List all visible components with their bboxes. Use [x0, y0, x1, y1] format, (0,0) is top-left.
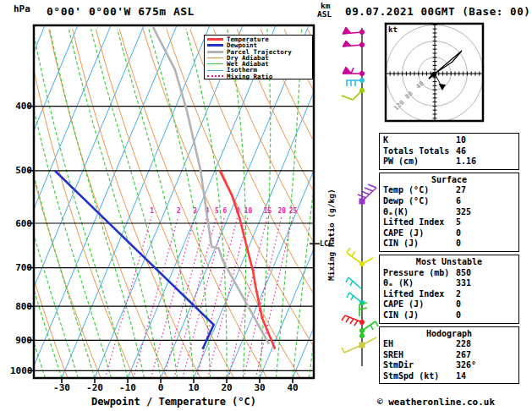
- table-section-header: Hodograph: [383, 329, 515, 340]
- wind-barb: [358, 184, 376, 205]
- wind-barb-dot: [359, 30, 365, 35]
- wind-barb-line: [376, 321, 378, 326]
- wind-barb: [343, 27, 365, 35]
- mixing-ratio-axis-label: Mixing Ratio (g/kg): [326, 189, 336, 281]
- wind-barb-dot: [359, 78, 365, 83]
- table-row: Totals Totals46: [383, 146, 515, 157]
- mixing-ratio-line: [197, 216, 238, 378]
- table-row-label: CIN (J): [383, 238, 456, 249]
- legend-box: TemperatureDewpointParcel TrajectoryDry …: [204, 35, 313, 79]
- temp-tick-label: -20: [82, 382, 107, 393]
- wet-adiabat-line: [277, 29, 302, 378]
- temp-tick-label: -30: [49, 382, 74, 393]
- legend-item: Temperature: [207, 36, 312, 42]
- pressure-tick-label: 500: [10, 165, 32, 176]
- temp-tick-label: -10: [115, 382, 140, 393]
- wind-barb-line: [347, 253, 362, 264]
- legend-swatch-mixing-ratio: [207, 75, 223, 77]
- table-section-header: Surface: [383, 175, 515, 186]
- mixing-ratio-label: 20: [277, 207, 286, 215]
- wet-adiabat-line: [118, 29, 194, 378]
- mixing-ratio-label: 3: [193, 207, 197, 215]
- wind-barb-line: [348, 277, 362, 289]
- mixing-ratio-label: 10: [244, 207, 253, 215]
- isotherm-line: [0, 25, 12, 378]
- wet-adiabat-line: [293, 29, 331, 378]
- table-row-value: 5: [456, 217, 461, 228]
- table-row: CAPE (J)0: [383, 299, 515, 310]
- dry-adiabat-line: [143, 29, 300, 378]
- wind-barb: [359, 333, 365, 338]
- legend-item: Mixing Ratio: [207, 74, 312, 79]
- table-row-label: EH: [383, 339, 456, 350]
- pressure-tick-label: 600: [10, 218, 32, 229]
- wind-barb-dot: [359, 333, 365, 338]
- pressure-tick-label: 400: [10, 101, 32, 112]
- table-row: CIN (J)0: [383, 310, 515, 321]
- wet-adiabat-line: [91, 29, 178, 378]
- temp-tick-label: 0: [148, 382, 173, 393]
- table-row-value: 331: [456, 278, 471, 289]
- mixing-ratio-label: 2: [177, 207, 181, 215]
- mixing-ratio-label: 5: [215, 207, 219, 215]
- table-row: CAPE (J)0: [383, 228, 515, 239]
- hodograph-unit-label: kt: [388, 25, 398, 34]
- dry-adiabat-line: [214, 29, 400, 378]
- wind-barb-line: [346, 317, 349, 322]
- legend-swatch-temperature: [207, 38, 223, 41]
- wind-barb-line: [354, 321, 358, 326]
- skewt-app: { "header": { "pressure_unit": "hPa", "s…: [0, 0, 532, 411]
- dry-adiabat-line: [73, 29, 201, 378]
- table-row-label: CIN (J): [383, 310, 456, 321]
- table-row-label: PW (cm): [383, 156, 456, 167]
- table-row: Temp (°C)27: [383, 185, 515, 196]
- table-row-value: 0: [456, 238, 461, 249]
- table-row-value: 326°: [456, 360, 476, 371]
- wind-barb: [343, 41, 365, 47]
- table-row: EH228: [383, 339, 515, 350]
- mixing-ratio-line: [244, 216, 282, 378]
- table-row-value: 1.16: [456, 156, 476, 167]
- wind-barb: [347, 248, 373, 266]
- wind-barb-square: [359, 199, 365, 205]
- sounding-indices-table: K10Totals Totals46PW (cm)1.16SurfaceTemp…: [379, 133, 519, 386]
- wet-adiabat-line: [69, 29, 161, 378]
- table-row-label: θₑ (K): [383, 278, 456, 289]
- wind-barb: [347, 293, 362, 303]
- table-row-value: 6: [456, 196, 461, 207]
- wind-barb: [343, 67, 365, 76]
- isotherm-line: [0, 25, 45, 378]
- table-row-label: CAPE (J): [383, 299, 456, 310]
- pressure-tick-label: 800: [10, 301, 32, 312]
- table-row-label: Lifted Index: [383, 289, 456, 300]
- wind-barb-flag: [343, 67, 351, 74]
- table-row: K10: [383, 135, 515, 146]
- isotherm-line: [0, 25, 78, 378]
- table-row-label: SREH: [383, 350, 456, 361]
- isotherm-line: [62, 25, 210, 378]
- table-row: θₑ (K)331: [383, 278, 515, 289]
- table-row: StmDir326°: [383, 360, 515, 371]
- pressure-tick-label: 1000: [10, 365, 32, 376]
- table-row: StmSpd (kt)14: [383, 371, 515, 382]
- table-row-value: 2: [456, 289, 461, 300]
- wind-barb-dot: [359, 88, 365, 93]
- table-section-surface: SurfaceTemp (°C)27Dewp (°C)6θₑ(K)325Lift…: [379, 173, 519, 252]
- wind-barb-dot: [359, 328, 365, 333]
- wind-barb-dot: [359, 261, 365, 266]
- wind-barb-line: [370, 325, 373, 330]
- wet-adiabat-line: [0, 29, 29, 378]
- legend-swatch-wet-adiabat: [207, 63, 223, 64]
- wind-barb-flag: [343, 41, 351, 47]
- wind-barb-flag: [343, 27, 351, 34]
- table-row-value: 14: [456, 371, 466, 382]
- temp-tick-label: 40: [280, 382, 305, 393]
- table-row-label: Pressure (mb): [383, 268, 456, 279]
- mixing-ratio-label: 1: [150, 207, 154, 215]
- table-row-label: Lifted Index: [383, 217, 456, 228]
- legend-swatch-parcel-trajectory: [207, 51, 223, 53]
- dry-adiabat-line: [519, 29, 532, 378]
- table-section-indices: K10Totals Totals46PW (cm)1.16: [379, 133, 519, 170]
- wind-barb-line: [342, 348, 344, 353]
- table-row: Lifted Index5: [383, 217, 515, 228]
